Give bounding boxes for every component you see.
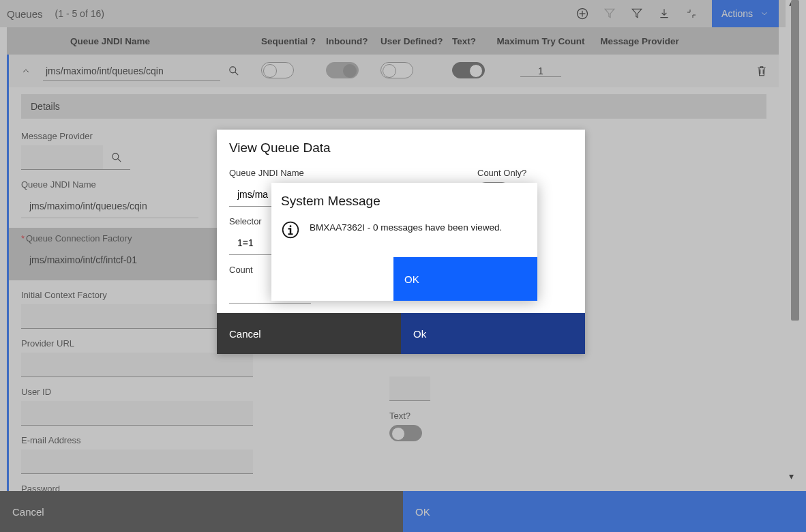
vqd-lbl-jndi: Queue JNDI Name (229, 168, 477, 178)
svg-rect-10 (288, 228, 291, 229)
svg-rect-11 (288, 233, 293, 235)
vqd-title: View Queue Data (229, 141, 573, 156)
msg-text: BMXAA7362I - 0 messages have been viewed… (310, 222, 502, 233)
vqd-cancel-button[interactable]: Cancel (217, 313, 401, 354)
info-icon (281, 220, 300, 239)
system-message-dialog: System Message BMXAA7362I - 0 messages h… (271, 183, 537, 301)
msg-ok-button[interactable]: OK (393, 257, 537, 301)
svg-point-8 (290, 225, 292, 227)
msg-title: System Message (281, 194, 525, 209)
vqd-lbl-countonly: Count Only? (477, 168, 573, 178)
vqd-ok-button[interactable]: Ok (401, 313, 585, 354)
